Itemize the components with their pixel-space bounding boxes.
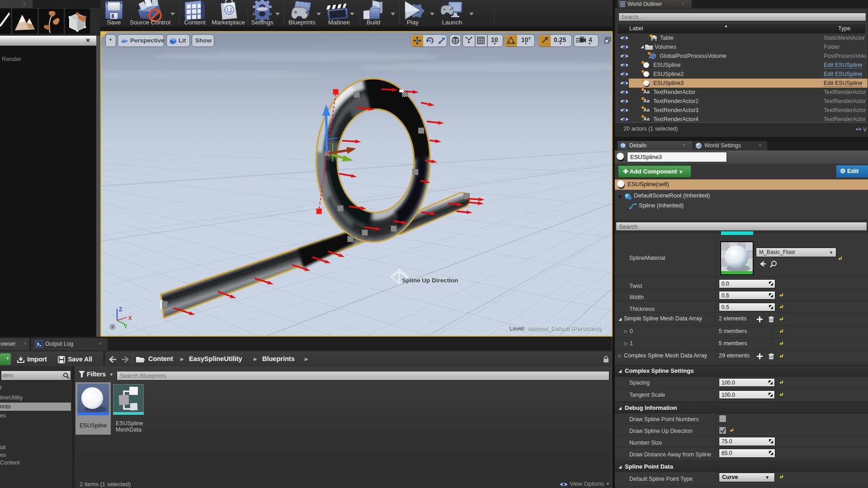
svg-text:Settings: Settings: [251, 19, 274, 26]
svg-text:Marketplace: Marketplace: [212, 19, 245, 26]
svg-text:Build: Build: [367, 19, 380, 26]
svg-text:Launch: Launch: [442, 19, 462, 26]
svg-text:Content: Content: [184, 19, 206, 26]
svg-text:Source Control: Source Control: [130, 19, 170, 26]
svg-text:Z: Z: [119, 306, 122, 313]
svg-text:Level:: Level:: [509, 325, 525, 332]
svg-text:+: +: [649, 56, 651, 60]
svg-text:Save: Save: [107, 19, 121, 26]
svg-text:Matinee: Matinee: [328, 19, 350, 26]
svg-text:Y: Y: [124, 324, 127, 330]
svg-text:Blueprints: Blueprints: [288, 19, 316, 26]
svg-text:?: ?: [111, 324, 113, 329]
svg-text:Minimal_Default (Persistent): Minimal_Default (Persistent): [527, 325, 601, 332]
svg-text:Spline Up Direction: Spline Up Direction: [402, 277, 458, 284]
svg-text:V: V: [863, 127, 867, 132]
svg-text:Play: Play: [407, 19, 419, 26]
svg-text:X: X: [128, 315, 132, 321]
